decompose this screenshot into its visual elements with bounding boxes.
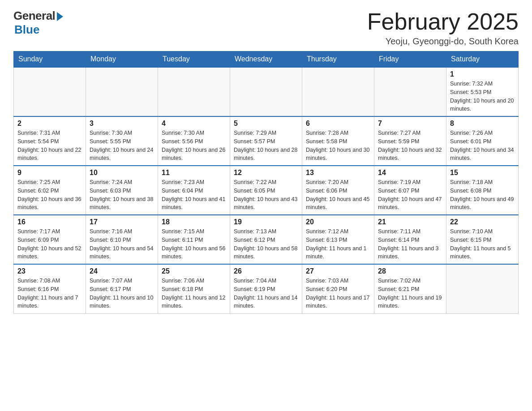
calendar-cell: 3Sunrise: 7:30 AMSunset: 5:55 PMDaylight…	[86, 116, 158, 166]
calendar-cell: 12Sunrise: 7:22 AMSunset: 6:05 PMDayligh…	[230, 166, 302, 215]
day-number: 28	[378, 267, 442, 275]
calendar-cell	[302, 67, 374, 116]
day-info: Sunrise: 7:31 AMSunset: 5:54 PMDaylight:…	[17, 129, 82, 163]
day-number: 3	[90, 120, 154, 128]
day-info: Sunrise: 7:16 AMSunset: 6:10 PMDaylight:…	[90, 227, 154, 261]
day-info: Sunrise: 7:07 AMSunset: 6:17 PMDaylight:…	[90, 277, 154, 310]
logo-blue-text: Blue	[14, 23, 39, 37]
day-info: Sunrise: 7:13 AMSunset: 6:12 PMDaylight:…	[234, 227, 298, 261]
day-number: 21	[378, 218, 442, 226]
day-number: 19	[234, 218, 298, 226]
calendar-cell: 27Sunrise: 7:03 AMSunset: 6:20 PMDayligh…	[302, 264, 374, 313]
calendar-cell	[14, 67, 86, 116]
logo: General Blue	[13, 9, 63, 37]
week-row-4: 16Sunrise: 7:17 AMSunset: 6:09 PMDayligh…	[14, 215, 519, 264]
day-info: Sunrise: 7:03 AMSunset: 6:20 PMDaylight:…	[306, 277, 370, 310]
calendar-cell	[374, 67, 446, 116]
calendar-cell: 1Sunrise: 7:32 AMSunset: 5:53 PMDaylight…	[446, 67, 519, 116]
calendar-cell: 7Sunrise: 7:27 AMSunset: 5:59 PMDaylight…	[374, 116, 446, 166]
header-sunday: Sunday	[14, 51, 86, 68]
calendar-cell: 9Sunrise: 7:25 AMSunset: 6:02 PMDaylight…	[14, 166, 86, 215]
day-number: 6	[306, 120, 370, 128]
day-number: 14	[378, 169, 442, 177]
calendar-cell	[230, 67, 302, 116]
day-number: 18	[162, 218, 226, 226]
day-info: Sunrise: 7:24 AMSunset: 6:03 PMDaylight:…	[90, 178, 154, 212]
day-number: 27	[306, 267, 370, 275]
day-info: Sunrise: 7:22 AMSunset: 6:05 PMDaylight:…	[234, 178, 298, 212]
calendar-cell: 24Sunrise: 7:07 AMSunset: 6:17 PMDayligh…	[86, 264, 158, 313]
day-info: Sunrise: 7:08 AMSunset: 6:16 PMDaylight:…	[17, 277, 82, 310]
day-number: 22	[450, 218, 515, 226]
calendar-cell: 5Sunrise: 7:29 AMSunset: 5:57 PMDaylight…	[230, 116, 302, 166]
calendar-cell: 16Sunrise: 7:17 AMSunset: 6:09 PMDayligh…	[14, 215, 86, 264]
day-number: 20	[306, 218, 370, 226]
calendar-cell: 10Sunrise: 7:24 AMSunset: 6:03 PMDayligh…	[86, 166, 158, 215]
calendar-cell: 20Sunrise: 7:12 AMSunset: 6:13 PMDayligh…	[302, 215, 374, 264]
day-number: 9	[17, 169, 82, 177]
day-number: 13	[306, 169, 370, 177]
week-row-3: 9Sunrise: 7:25 AMSunset: 6:02 PMDaylight…	[14, 166, 519, 215]
day-info: Sunrise: 7:12 AMSunset: 6:13 PMDaylight:…	[306, 227, 370, 261]
location-text: Yeoju, Gyeonggi-do, South Korea	[367, 36, 519, 47]
week-row-2: 2Sunrise: 7:31 AMSunset: 5:54 PMDaylight…	[14, 116, 519, 166]
day-number: 10	[90, 169, 154, 177]
calendar-cell: 4Sunrise: 7:30 AMSunset: 5:56 PMDaylight…	[158, 116, 230, 166]
calendar-cell: 14Sunrise: 7:19 AMSunset: 6:07 PMDayligh…	[374, 166, 446, 215]
header-friday: Friday	[374, 51, 446, 68]
calendar-cell: 19Sunrise: 7:13 AMSunset: 6:12 PMDayligh…	[230, 215, 302, 264]
day-info: Sunrise: 7:29 AMSunset: 5:57 PMDaylight:…	[234, 129, 298, 163]
calendar-cell: 11Sunrise: 7:23 AMSunset: 6:04 PMDayligh…	[158, 166, 230, 215]
calendar-cell: 8Sunrise: 7:26 AMSunset: 6:01 PMDaylight…	[446, 116, 519, 166]
calendar-cell: 18Sunrise: 7:15 AMSunset: 6:11 PMDayligh…	[158, 215, 230, 264]
day-number: 4	[162, 120, 226, 128]
logo-general-text: General	[13, 9, 55, 23]
day-info: Sunrise: 7:30 AMSunset: 5:56 PMDaylight:…	[162, 129, 226, 163]
day-number: 26	[234, 267, 298, 275]
calendar-cell	[86, 67, 158, 116]
calendar-header-row: Sunday Monday Tuesday Wednesday Thursday…	[14, 51, 519, 68]
day-info: Sunrise: 7:18 AMSunset: 6:08 PMDaylight:…	[450, 178, 515, 212]
calendar-cell: 23Sunrise: 7:08 AMSunset: 6:16 PMDayligh…	[14, 264, 86, 313]
day-info: Sunrise: 7:28 AMSunset: 5:58 PMDaylight:…	[306, 129, 370, 163]
day-info: Sunrise: 7:27 AMSunset: 5:59 PMDaylight:…	[378, 129, 442, 163]
day-number: 5	[234, 120, 298, 128]
day-info: Sunrise: 7:30 AMSunset: 5:55 PMDaylight:…	[90, 129, 154, 163]
header-monday: Monday	[86, 51, 158, 68]
day-number: 24	[90, 267, 154, 275]
title-section: February 2025 Yeoju, Gyeonggi-do, South …	[367, 9, 519, 47]
day-number: 7	[378, 120, 442, 128]
day-info: Sunrise: 7:25 AMSunset: 6:02 PMDaylight:…	[17, 178, 82, 212]
day-number: 8	[450, 120, 515, 128]
calendar-cell	[446, 264, 519, 313]
logo-arrow-icon	[57, 12, 63, 21]
week-row-5: 23Sunrise: 7:08 AMSunset: 6:16 PMDayligh…	[14, 264, 519, 313]
day-info: Sunrise: 7:20 AMSunset: 6:06 PMDaylight:…	[306, 178, 370, 212]
day-info: Sunrise: 7:23 AMSunset: 6:04 PMDaylight:…	[162, 178, 226, 212]
calendar-cell: 22Sunrise: 7:10 AMSunset: 6:15 PMDayligh…	[446, 215, 519, 264]
calendar-cell: 26Sunrise: 7:04 AMSunset: 6:19 PMDayligh…	[230, 264, 302, 313]
week-row-1: 1Sunrise: 7:32 AMSunset: 5:53 PMDaylight…	[14, 67, 519, 116]
calendar-cell	[158, 67, 230, 116]
day-number: 2	[17, 120, 82, 128]
day-info: Sunrise: 7:15 AMSunset: 6:11 PMDaylight:…	[162, 227, 226, 261]
calendar-table: Sunday Monday Tuesday Wednesday Thursday…	[13, 51, 519, 314]
day-number: 1	[450, 70, 515, 78]
day-number: 16	[17, 218, 82, 226]
calendar-cell: 21Sunrise: 7:11 AMSunset: 6:14 PMDayligh…	[374, 215, 446, 264]
day-number: 15	[450, 169, 515, 177]
day-info: Sunrise: 7:32 AMSunset: 5:53 PMDaylight:…	[450, 80, 515, 113]
calendar-cell: 15Sunrise: 7:18 AMSunset: 6:08 PMDayligh…	[446, 166, 519, 215]
calendar-cell: 2Sunrise: 7:31 AMSunset: 5:54 PMDaylight…	[14, 116, 86, 166]
day-info: Sunrise: 7:06 AMSunset: 6:18 PMDaylight:…	[162, 277, 226, 310]
header-thursday: Thursday	[302, 51, 374, 68]
calendar-cell: 17Sunrise: 7:16 AMSunset: 6:10 PMDayligh…	[86, 215, 158, 264]
day-info: Sunrise: 7:11 AMSunset: 6:14 PMDaylight:…	[378, 227, 442, 261]
day-info: Sunrise: 7:19 AMSunset: 6:07 PMDaylight:…	[378, 178, 442, 212]
calendar-cell: 25Sunrise: 7:06 AMSunset: 6:18 PMDayligh…	[158, 264, 230, 313]
day-info: Sunrise: 7:02 AMSunset: 6:21 PMDaylight:…	[378, 277, 442, 310]
calendar-cell: 13Sunrise: 7:20 AMSunset: 6:06 PMDayligh…	[302, 166, 374, 215]
day-info: Sunrise: 7:17 AMSunset: 6:09 PMDaylight:…	[17, 227, 82, 261]
calendar-cell: 28Sunrise: 7:02 AMSunset: 6:21 PMDayligh…	[374, 264, 446, 313]
day-info: Sunrise: 7:10 AMSunset: 6:15 PMDaylight:…	[450, 227, 515, 261]
